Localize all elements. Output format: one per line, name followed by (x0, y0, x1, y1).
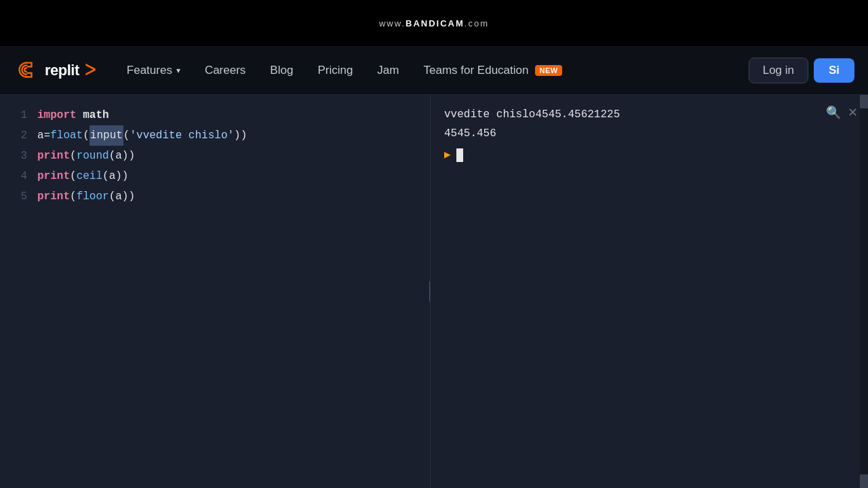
console-panel[interactable]: 🔍 ✕ vvedite chislo4545.45621225 4545.456… (431, 95, 868, 488)
watermark-bar: www.BANDICAM.com (0, 0, 868, 46)
code-line-3: print(round(a)) (37, 146, 430, 166)
nav-item-pricing[interactable]: Pricing (307, 58, 363, 83)
console-toolbar: 🔍 ✕ (826, 105, 858, 120)
func-print-2: print (37, 166, 70, 186)
prompt-arrow-icon: ▶ (444, 146, 451, 165)
console-line-1: vvedite chislo4545.45621225 (444, 105, 854, 124)
signup-button[interactable]: Si (814, 58, 854, 83)
string-literal: 'vvedite chislo' (130, 125, 234, 146)
search-icon[interactable]: 🔍 (826, 105, 841, 120)
code-line-2: a=float(input('vvedite chislo')) (37, 125, 430, 146)
logo-area[interactable]: replitᐳ (14, 58, 96, 83)
svg-point-0 (14, 58, 39, 83)
nav-right: Log in Si (749, 58, 854, 83)
chevron-down-icon: ▾ (176, 66, 180, 75)
func-floor: floor (77, 186, 109, 207)
func-input: input (90, 125, 123, 146)
logo-text: replit (45, 62, 79, 79)
line-numbers: 1 2 3 4 5 (0, 105, 37, 207)
scrollbar-thumb-bottom[interactable] (860, 474, 868, 488)
func-ceil: ceil (77, 166, 102, 186)
replit-logo-icon (14, 58, 39, 83)
code-line-1: import math (37, 105, 430, 125)
features-label: Features (127, 64, 172, 77)
nav-item-jam[interactable]: Jam (366, 58, 410, 83)
blog-label: Blog (270, 64, 293, 77)
func-print-1: print (37, 146, 70, 166)
careers-label: Careers (205, 64, 245, 77)
code-panel[interactable]: 1 2 3 4 5 import math a=float(input('vve… (0, 95, 431, 488)
nav-item-careers[interactable]: Careers (194, 58, 256, 83)
teams-education-label: Teams for Education (423, 64, 528, 77)
console-line-2: 4545.456 (444, 124, 854, 143)
func-float: float (50, 125, 83, 146)
close-icon[interactable]: ✕ (848, 105, 858, 120)
scrollbar-thumb-top[interactable] (860, 95, 868, 108)
nav-links: Features ▾ Careers Blog Pricing Jam Team… (116, 58, 749, 83)
cursor-block (456, 148, 463, 162)
code-content[interactable]: import math a=float(input('vvedite chisl… (37, 105, 430, 207)
module-math: math (83, 105, 108, 125)
pricing-label: Pricing (317, 64, 353, 77)
func-print-3: print (37, 186, 70, 207)
code-line-5: print(floor(a)) (37, 186, 430, 207)
nav-item-features[interactable]: Features ▾ (116, 58, 191, 83)
watermark-text: www.BANDICAM.com (379, 18, 489, 28)
login-button[interactable]: Log in (749, 58, 808, 83)
scrollbar-track[interactable] (860, 95, 868, 488)
jam-label: Jam (377, 64, 399, 77)
panel-divider (429, 281, 430, 302)
nav-item-teams-education[interactable]: Teams for Education NEW (412, 58, 572, 83)
editor-wrapper: 1 2 3 4 5 import math a=float(input('vve… (0, 95, 868, 488)
console-output: vvedite chislo4545.45621225 4545.456 ▶ (444, 105, 854, 165)
func-round: round (77, 146, 109, 166)
logo-cursor-icon: ᐳ (85, 62, 96, 79)
navbar: replitᐳ Features ▾ Careers Blog Pricing … (0, 46, 868, 95)
keyword-import: import (37, 105, 77, 125)
nav-item-blog[interactable]: Blog (259, 58, 304, 83)
console-prompt[interactable]: ▶ (444, 146, 854, 165)
code-line-4: print(ceil(a)) (37, 166, 430, 186)
new-badge: NEW (535, 65, 561, 76)
